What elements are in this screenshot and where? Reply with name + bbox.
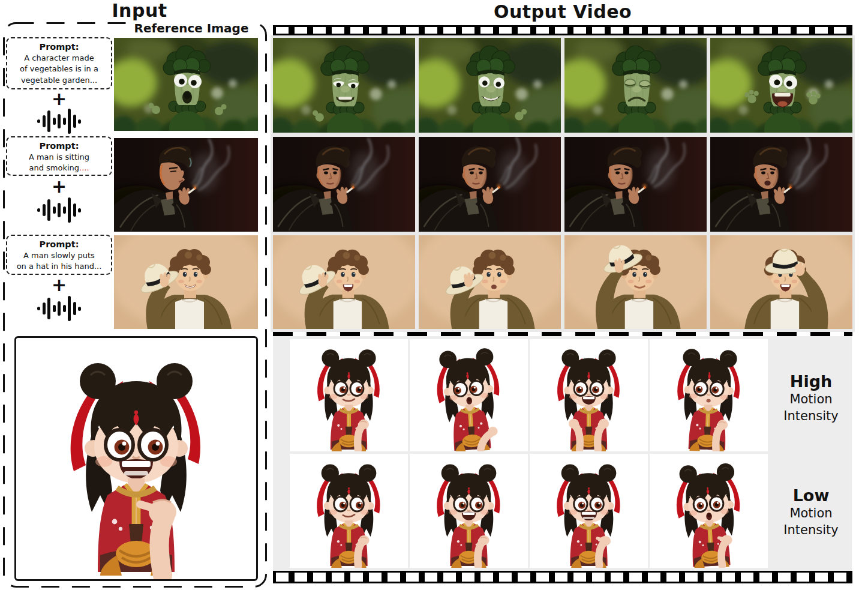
prompt-label: Prompt: (8, 239, 110, 250)
label-low-motion-intensity: Low Motion Intensity (770, 486, 852, 538)
audio-waveform-icon (6, 108, 112, 134)
prompt-box-smoking: Prompt: A man is sitting and smoking.... (6, 136, 112, 176)
output-frame-vegetable-2 (419, 38, 561, 133)
output-frame-vegetable-4 (710, 38, 852, 133)
output-frame-hat-2 (419, 235, 561, 329)
high-label: High (770, 372, 852, 391)
output-frame-girl-low-4 (650, 454, 768, 568)
prompt-box-hat: Prompt: A man slowly puts on a hat in hi… (6, 235, 112, 275)
output-frame-smoking-4 (710, 137, 852, 232)
paper-figure: Input Reference Image Prompt: A characte… (0, 0, 868, 590)
output-frame-hat-1 (273, 235, 415, 329)
label-high-motion-intensity: High Motion Intensity (770, 372, 852, 424)
reference-image-label: Reference Image (128, 21, 255, 35)
output-frame-smoking-1 (273, 137, 415, 232)
plus-icon: + (6, 89, 112, 109)
prompt-text-line: A man slowly puts (8, 250, 110, 261)
prompt-text-line: A character made (8, 53, 110, 64)
prompt-text-line: on a hat in his hand... (8, 261, 110, 272)
output-frame-smoking-2 (419, 137, 561, 232)
output-frame-girl-low-2 (410, 454, 528, 568)
low-sub-1: Motion (770, 505, 852, 522)
output-frame-vegetable-3 (564, 38, 707, 133)
prompt-label: Prompt: (8, 41, 110, 53)
output-frame-smoking-3 (564, 137, 707, 232)
reference-image-girl-large (14, 336, 258, 581)
film-strip-bottom (273, 571, 852, 583)
prompt-label: Prompt: (8, 140, 110, 152)
low-label: Low (770, 486, 852, 505)
output-frame-girl-low-1 (290, 454, 408, 568)
output-frame-hat-4 (710, 235, 852, 329)
reference-image-smoking-man (114, 138, 258, 232)
reference-image-hat-man (114, 235, 258, 329)
film-strip-top (273, 25, 852, 35)
prompt-text-line: A man is sitting (8, 152, 110, 163)
output-frame-girl-high-2 (410, 339, 528, 451)
audio-waveform-icon (6, 295, 112, 322)
prompt-text-line: of vegetables is in a (8, 64, 110, 74)
high-sub-1: Motion (770, 391, 852, 408)
low-sub-2: Intensity (770, 522, 852, 538)
audio-waveform-icon (6, 197, 112, 223)
high-sub-2: Intensity (770, 408, 852, 424)
output-frame-hat-3 (564, 235, 707, 329)
dashed-divider (273, 332, 852, 336)
plus-icon: + (6, 177, 112, 196)
output-frame-girl-high-1 (290, 339, 408, 451)
output-frame-girl-high-4 (650, 339, 768, 451)
output-frame-vegetable-1 (273, 38, 415, 133)
input-title: Input (54, 0, 225, 21)
red-ellipsis: .... (79, 163, 89, 172)
output-frame-girl-low-3 (530, 454, 648, 568)
reference-image-vegetable-character (114, 38, 258, 131)
output-title: Output Video (273, 1, 852, 22)
prompt-text-line: and smoking.... (8, 163, 110, 173)
output-frame-girl-high-3 (530, 339, 648, 451)
plus-icon: + (6, 275, 112, 295)
prompt-text-line: vegetable garden... (8, 75, 110, 86)
prompt-box-vegetable: Prompt: A character made of vegetables i… (6, 37, 112, 89)
